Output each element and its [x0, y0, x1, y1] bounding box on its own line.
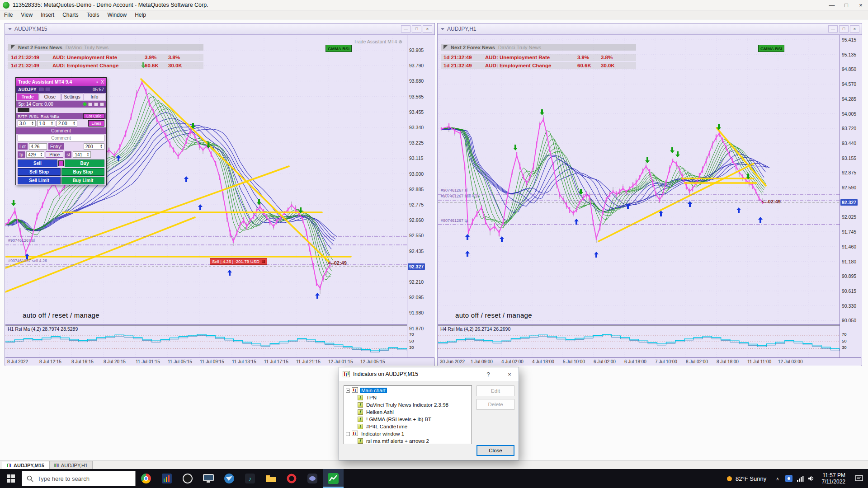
action-center-icon[interactable] — [850, 469, 868, 488]
chart-minimize-button[interactable]: — — [401, 25, 410, 33]
tray-expand-icon[interactable]: ∧ — [772, 476, 783, 481]
chart-close-button[interactable]: × — [423, 25, 432, 33]
close-dialog-button[interactable]: Close — [476, 445, 514, 456]
rsi-subwindow-h1[interactable]: H4 Rsi Ma (4,2) 26.2714 26.2690 — [438, 324, 840, 357]
entry-input[interactable]: 200▲▼ — [84, 143, 104, 150]
monitor-icon[interactable] — [198, 469, 219, 488]
start-button[interactable] — [0, 469, 22, 488]
panel-tab-settings[interactable]: Settings — [61, 94, 83, 100]
opera-icon[interactable] — [281, 469, 302, 488]
indicators-dialog[interactable]: Indicators on AUDJPY,M15 ? × Main chartf… — [339, 367, 519, 460]
mini-box-icon[interactable] — [39, 88, 43, 91]
trade-assistant-panel[interactable]: Trade Assistant MT4 9.4 ▫ X AUDJPY 05:57… — [15, 77, 107, 185]
chart-window-m15-titlebar[interactable]: AUDJPY,M15 — □ × — [5, 23, 434, 35]
chart-restore-button[interactable]: □ — [412, 25, 421, 33]
order-mode-icon[interactable] — [58, 160, 64, 166]
close-button[interactable]: × — [854, 0, 868, 10]
edit-button[interactable]: Edit — [476, 385, 514, 396]
sl-input[interactable]: 141▲▼ — [73, 151, 91, 158]
buy-limit-button[interactable]: Buy Limit — [61, 177, 104, 184]
eye-icon[interactable] — [88, 103, 92, 106]
lines-button[interactable]: Lines — [88, 120, 104, 127]
indicator-tree-item[interactable]: Indicator window 1 — [344, 430, 472, 437]
price-axis-h1[interactable]: 95.41595.13594.85094.57094.28594.00593.7… — [840, 35, 862, 357]
calendar-icon[interactable] — [94, 103, 98, 106]
menu-file[interactable]: File — [0, 11, 17, 19]
rsi-subwindow-m15[interactable]: H1 Rsi Ma (4,2) 28.7974 28.5289 — [5, 324, 407, 357]
taskbar-search[interactable] — [22, 471, 136, 486]
search-input[interactable] — [38, 475, 119, 482]
indicator-tree-item[interactable]: fDaVinci Truly News Indicator 2.3.98 — [344, 401, 472, 408]
panel-tab-trade[interactable]: Trade — [17, 94, 38, 100]
time-axis-h1[interactable]: 30 Jun 20221 Jul 09:004 Jul 02:004 Jul 1… — [438, 357, 861, 366]
chart-plot-h1[interactable]: Next 2 Forex News DaVinci Truly News 1d … — [438, 35, 840, 323]
indicator-tree-item[interactable]: fHeiken Ashi — [344, 408, 472, 416]
taskbar-clock[interactable]: 11:57 PM 7/11/2022 — [817, 472, 850, 485]
chart-restore-button[interactable]: □ — [839, 25, 849, 33]
panel-minimize-icon[interactable]: ▫ — [96, 79, 98, 84]
open-position-badge[interactable]: Sell | 4.26 | -201.79 USD — [210, 258, 267, 265]
thunderbird-icon[interactable] — [219, 469, 240, 488]
mini-toggle[interactable] — [18, 108, 29, 112]
tab-audjpy-h1[interactable]: AUDJPY,H1 — [49, 461, 93, 469]
sell-limit-button[interactable]: Sell Limit — [18, 177, 61, 184]
risk-input[interactable]: 2.00▲▼ — [57, 120, 77, 127]
dialog-titlebar[interactable]: Indicators on AUDJPY,M15 ? × — [339, 367, 519, 381]
buy-stop-button[interactable]: Buy Stop — [61, 168, 104, 176]
volume-icon[interactable] — [806, 475, 817, 482]
gmma-rsi-button[interactable]: GMMA RSI — [326, 45, 352, 52]
discord-icon[interactable] — [302, 469, 323, 488]
lot-input[interactable]: 4.26 — [29, 143, 47, 150]
maximize-button[interactable]: □ — [839, 0, 854, 10]
chart-window-m15[interactable]: AUDJPY,M15 — □ × Next 2 Forex News DaVin… — [5, 23, 435, 366]
indicator-tree-item[interactable]: f! GMMA (RSI levels + lb) BT — [344, 416, 472, 423]
panel-tab-close[interactable]: Close — [39, 94, 61, 100]
menu-help[interactable]: Help — [131, 11, 150, 19]
tray-app-icon[interactable] — [783, 475, 795, 482]
sell-button[interactable]: Sell — [18, 160, 57, 167]
music-icon[interactable]: ♪ — [240, 469, 260, 488]
indicator-tree-item[interactable]: Main chart — [344, 387, 472, 394]
minimize-button[interactable]: — — [825, 0, 839, 10]
menu-charts[interactable]: Charts — [58, 11, 82, 19]
rtp-input[interactable]: 3.0▲▼ — [18, 120, 36, 127]
panel-tab-info[interactable]: Info — [84, 94, 105, 100]
menu-insert[interactable]: Insert — [37, 11, 58, 19]
chrome-icon[interactable] — [136, 469, 156, 488]
menu-view[interactable]: View — [17, 11, 37, 19]
tree-expander-icon[interactable] — [346, 389, 350, 393]
auto-reset-manage-buttons[interactable]: auto off / reset / manage — [455, 311, 532, 319]
price-button[interactable]: Price — [46, 151, 63, 158]
indicator-tree-item[interactable]: fTPN — [344, 394, 472, 401]
delete-button[interactable]: Delete — [476, 399, 514, 410]
chart-window-h1-titlebar[interactable]: AUDJPY,H1 — □ × — [438, 23, 862, 35]
tab-audjpy-m15[interactable]: AUDJPY,M15 — [2, 461, 49, 469]
comment-input[interactable]: Comment — [18, 135, 104, 141]
panel-close-icon[interactable]: X — [101, 79, 104, 84]
opera-gx-icon[interactable] — [177, 469, 198, 488]
mini-box-icon[interactable] — [46, 88, 50, 91]
mt4-active-icon[interactable] — [323, 469, 344, 488]
lot-calc-button[interactable]: Lot Calc — [83, 113, 104, 119]
indicator-tree-item[interactable]: f#P4L CandleTime — [344, 423, 472, 430]
weather-widget[interactable]: 82°F Sunny — [722, 475, 772, 482]
tree-expander-icon[interactable] — [346, 432, 350, 436]
menu-window[interactable]: Window — [104, 11, 131, 19]
tp-input[interactable]: 429▲▼ — [26, 151, 44, 158]
dialog-help-button[interactable]: ? — [479, 367, 497, 381]
gmma-rsi-button[interactable]: GMMA RSI — [758, 45, 784, 52]
price-chart-canvas-h1[interactable] — [438, 35, 840, 323]
sell-stop-button[interactable]: Sell Stop — [18, 168, 61, 176]
badge-close-icon[interactable] — [262, 260, 265, 263]
dialog-close-icon[interactable]: × — [500, 367, 519, 381]
trade-assistant-corner-label[interactable]: Trade Assistant MT4 ⊗ — [354, 39, 402, 44]
mt4-icon[interactable] — [156, 469, 177, 488]
buy-button[interactable]: Buy — [65, 160, 104, 167]
rsl-input[interactable]: 1.0▲▼ — [37, 120, 55, 127]
time-axis-m15[interactable]: 8 Jul 20228 Jul 12:158 Jul 16:158 Jul 20… — [5, 357, 434, 366]
indicator-tree-item[interactable]: frsi ma mtf alerts + arrows 2 — [344, 437, 472, 444]
menu-tools[interactable]: Tools — [83, 11, 104, 19]
network-icon[interactable] — [795, 476, 806, 482]
price-axis-m15[interactable]: 93.90593.79093.68093.56593.45593.34093.2… — [407, 35, 435, 357]
trade-panel-titlebar[interactable]: Trade Assistant MT4 9.4 ▫ X — [16, 78, 106, 86]
